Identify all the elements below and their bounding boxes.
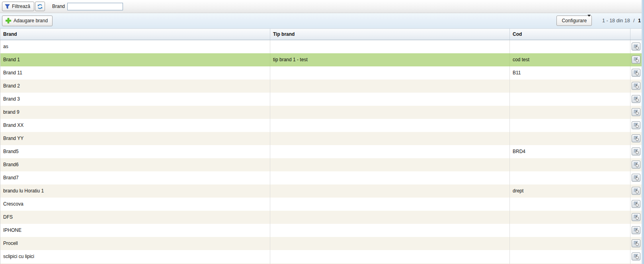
- filter-toolbar: Filtrează Brand: [0, 0, 644, 13]
- column-header-brand[interactable]: Brand: [0, 29, 270, 40]
- cod-cell: [510, 171, 630, 184]
- cod-cell: [510, 198, 630, 211]
- row-detail-button[interactable]: [632, 200, 640, 208]
- table-row[interactable]: Brand 3: [0, 93, 642, 106]
- column-header-tip-brand[interactable]: Tip brand: [270, 29, 510, 40]
- cod-cell: [510, 158, 630, 171]
- filter-button-label: Filtrează: [12, 4, 30, 9]
- hand-pointer-form-icon: [633, 96, 639, 102]
- configure-button[interactable]: Configurare: [556, 16, 592, 26]
- column-header-cod[interactable]: Cod: [510, 29, 630, 40]
- row-detail-button[interactable]: [632, 213, 640, 221]
- row-actions-cell: [630, 132, 642, 145]
- cod-cell: [510, 80, 630, 93]
- row-detail-button[interactable]: [632, 174, 640, 182]
- row-detail-button[interactable]: [632, 108, 640, 116]
- table-row[interactable]: Brand5 BRD4: [0, 145, 642, 158]
- cod-cell: B11: [510, 66, 630, 80]
- cod-cell: [510, 132, 630, 145]
- tip-brand-cell: [270, 171, 510, 184]
- row-actions-cell: [630, 224, 642, 237]
- row-detail-button[interactable]: [632, 226, 640, 234]
- row-actions-cell: [630, 40, 642, 53]
- row-detail-button[interactable]: [632, 187, 640, 195]
- hand-pointer-form-icon: [633, 201, 639, 207]
- hand-pointer-form-icon: [633, 161, 639, 167]
- tip-brand-cell: [270, 211, 510, 224]
- funnel-icon: [5, 4, 10, 9]
- tip-brand-cell: [270, 184, 510, 198]
- hand-pointer-form-icon: [633, 70, 639, 76]
- column-header-actions: [630, 29, 642, 40]
- hand-pointer-form-icon: [633, 135, 639, 141]
- brand-cell: Brand 1: [0, 53, 270, 66]
- table-row[interactable]: Brand XX: [0, 119, 642, 132]
- tip-brand-cell: [270, 106, 510, 119]
- brand-cell: Brand YY: [0, 132, 270, 145]
- table-row[interactable]: DFS: [0, 211, 642, 224]
- table-row[interactable]: sclipici cu lipici: [0, 250, 642, 263]
- hand-pointer-form-icon: [633, 240, 639, 246]
- brand-cell: DFS: [0, 211, 270, 224]
- tip-brand-cell: [270, 66, 510, 80]
- table-row[interactable]: Brand 2: [0, 80, 642, 93]
- hand-pointer-form-icon: [633, 56, 639, 62]
- row-detail-button[interactable]: [632, 82, 640, 90]
- row-detail-button[interactable]: [632, 95, 640, 103]
- row-detail-button[interactable]: [632, 239, 640, 247]
- hand-pointer-form-icon: [633, 122, 639, 128]
- filter-button[interactable]: Filtrează: [2, 2, 34, 11]
- add-brand-button[interactable]: Adaugare brand: [2, 16, 53, 26]
- pagination-current-page: 1: [638, 18, 641, 23]
- pagination-separator: /: [633, 18, 634, 23]
- brand-cell: Brand6: [0, 158, 270, 171]
- hand-pointer-form-icon: [633, 109, 639, 115]
- table-row[interactable]: Procell: [0, 237, 642, 250]
- row-detail-button[interactable]: [632, 134, 640, 142]
- table-row[interactable]: IPHONE: [0, 224, 642, 237]
- action-toolbar: Adaugare brand Configurare 1 - 18 din 18…: [0, 13, 644, 28]
- row-detail-button[interactable]: [632, 148, 640, 155]
- brand-filter-input[interactable]: [67, 3, 123, 10]
- hand-pointer-form-icon: [633, 214, 639, 220]
- brand-filter-label: Brand: [52, 4, 65, 9]
- green-plus-icon: [5, 17, 12, 24]
- row-actions-cell: [630, 145, 642, 158]
- row-actions-cell: [630, 171, 642, 184]
- cod-cell: cod test: [510, 53, 630, 66]
- row-detail-button[interactable]: [632, 69, 640, 77]
- configure-button-label: Configurare: [562, 18, 587, 23]
- row-detail-button[interactable]: [632, 121, 640, 129]
- tip-brand-cell: [270, 119, 510, 132]
- row-detail-button[interactable]: [632, 43, 640, 50]
- table-row[interactable]: Brand7: [0, 171, 642, 184]
- table-row[interactable]: Brand6: [0, 158, 642, 171]
- table-row[interactable]: brand 9: [0, 106, 642, 119]
- hand-pointer-form-icon: [633, 253, 639, 259]
- tip-brand-cell: [270, 224, 510, 237]
- cod-cell: [510, 250, 630, 263]
- row-detail-button[interactable]: [632, 252, 640, 260]
- row-detail-button[interactable]: [632, 161, 640, 169]
- row-actions-cell: [630, 53, 642, 66]
- refresh-button[interactable]: [35, 2, 45, 11]
- table-row[interactable]: Crescova: [0, 198, 642, 211]
- table-row[interactable]: Brand 11 B11: [0, 66, 642, 80]
- refresh-icon: [37, 4, 43, 10]
- brand-cell: Brand7: [0, 171, 270, 184]
- brand-cell: Procell: [0, 237, 270, 250]
- table-row[interactable]: Brand YY: [0, 132, 642, 145]
- cod-cell: [510, 237, 630, 250]
- table-row[interactable]: brandu lu Horatiu 1 drept: [0, 184, 642, 198]
- row-detail-button[interactable]: [632, 56, 640, 64]
- table-row[interactable]: as: [0, 40, 642, 53]
- table-row[interactable]: Brand 1 tip brand 1 - test cod test: [0, 53, 642, 66]
- pagination-range: 1 - 18 din 18: [602, 18, 630, 23]
- brand-cell: Brand 2: [0, 80, 270, 93]
- brand-cell: sclipici cu lipici: [0, 250, 270, 263]
- brand-management-page: Filtrează Brand Adaugare brand: [0, 0, 644, 264]
- hand-pointer-form-icon: [633, 148, 639, 154]
- hand-pointer-form-icon: [633, 227, 639, 233]
- tip-brand-cell: [270, 237, 510, 250]
- tip-brand-cell: [270, 40, 510, 53]
